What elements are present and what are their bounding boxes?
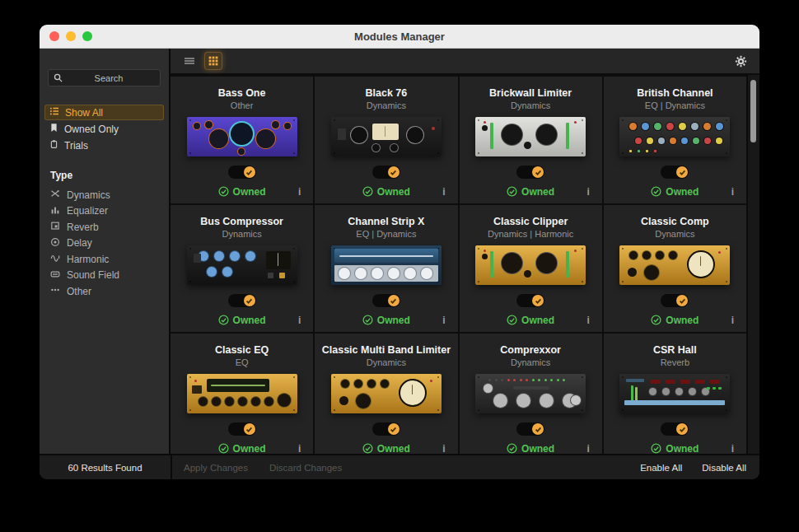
info-button[interactable]: i — [586, 315, 589, 326]
info-button[interactable]: i — [731, 315, 734, 326]
type-other[interactable]: Other — [40, 283, 169, 300]
info-button[interactable]: i — [442, 443, 445, 454]
scrollbar-track[interactable] — [746, 75, 759, 454]
module-card-bass-one: Bass OneOtherOwnedi — [171, 77, 313, 203]
owned-status: Owned — [362, 186, 410, 198]
module-name: Black 76 — [315, 87, 457, 99]
owned-check-icon — [507, 315, 517, 325]
module-name: Bus Compressor — [171, 216, 313, 227]
minimize-button[interactable] — [66, 31, 76, 41]
toggle-check-icon — [388, 423, 400, 435]
toggle-check-icon — [676, 423, 688, 435]
type-dynamics[interactable]: Dynamics — [40, 187, 169, 203]
module-image — [619, 245, 730, 285]
owned-status: Owned — [507, 315, 554, 326]
enable-all-button[interactable]: Enable All — [640, 463, 682, 473]
list-view-button[interactable] — [180, 52, 199, 70]
owned-check-icon — [218, 443, 229, 454]
reverb-icon — [50, 221, 60, 233]
main-panel: Bass OneOtherOwnediBlack 76DynamicsOwned… — [171, 49, 759, 454]
owned-status: Owned — [507, 443, 554, 455]
bookmark-icon — [49, 123, 58, 135]
info-button[interactable]: i — [298, 186, 301, 198]
type-equalizer[interactable]: Equalizer — [40, 203, 169, 220]
enable-toggle[interactable] — [228, 294, 256, 307]
enable-toggle[interactable] — [372, 166, 400, 179]
type-harmonic[interactable]: Harmonic — [40, 251, 169, 268]
info-button[interactable]: i — [586, 443, 589, 454]
filter-show-all[interactable]: Show All — [44, 105, 164, 120]
module-image — [331, 245, 442, 285]
modules-grid: Bass OneOtherOwnediBlack 76DynamicsOwned… — [171, 75, 746, 454]
owned-status: Owned — [362, 315, 410, 326]
enable-toggle[interactable] — [661, 294, 689, 307]
info-button[interactable]: i — [442, 186, 445, 198]
module-type: Dynamics — [604, 229, 746, 239]
discard-changes-button[interactable]: Discard Changes — [269, 463, 342, 473]
type-list: DynamicsEqualizerReverbDelayHarmonicSoun… — [40, 187, 169, 300]
owned-status: Owned — [218, 443, 266, 455]
filter-owned-only[interactable]: Owned Only — [44, 121, 164, 137]
type-sound-field[interactable]: Sound Field — [40, 268, 169, 284]
enable-toggle[interactable] — [516, 166, 544, 179]
owned-check-icon — [218, 315, 229, 325]
disable-all-button[interactable]: Disable All — [702, 463, 746, 473]
enable-toggle[interactable] — [228, 166, 256, 179]
search-input[interactable] — [63, 72, 155, 84]
enable-toggle[interactable] — [372, 294, 400, 307]
module-name: Classic Clipper — [460, 216, 602, 227]
module-card-comprexxor: ComprexxorDynamicsOwnedi — [460, 334, 602, 454]
enable-toggle[interactable] — [661, 166, 689, 179]
owned-check-icon — [651, 186, 661, 197]
info-button[interactable]: i — [731, 443, 734, 454]
enable-toggle[interactable] — [516, 294, 544, 307]
module-name: Classic Comp — [604, 216, 746, 227]
info-button[interactable]: i — [298, 315, 301, 326]
module-type: EQ | Dynamics — [315, 229, 457, 239]
scrollbar-thumb[interactable] — [750, 80, 756, 142]
toggle-check-icon — [244, 423, 255, 435]
toggle-check-icon — [676, 166, 688, 178]
module-image — [331, 117, 442, 156]
info-button[interactable]: i — [586, 186, 589, 198]
title-bar[interactable]: Modules Manager — [40, 25, 759, 49]
owned-check-icon — [507, 186, 517, 197]
module-type: Dynamics — [460, 357, 602, 367]
module-name: Bass One — [171, 87, 313, 99]
enable-toggle[interactable] — [516, 422, 544, 436]
enable-toggle[interactable] — [372, 422, 400, 436]
other-icon — [50, 285, 60, 297]
toggle-check-icon — [532, 295, 544, 306]
module-card-channel-strip-x: Channel Strip XEQ | DynamicsOwnedi — [315, 205, 457, 332]
type-delay[interactable]: Delay — [40, 236, 169, 252]
grid-view-button[interactable] — [204, 52, 222, 70]
toggle-check-icon — [676, 295, 688, 306]
owned-check-icon — [507, 443, 517, 454]
owned-status: Owned — [362, 443, 410, 455]
module-image — [475, 245, 586, 285]
module-card-bus-compressor: Bus CompressorDynamicsOwnedi — [171, 205, 313, 332]
module-type: Dynamics — [460, 100, 602, 110]
enable-toggle[interactable] — [661, 422, 689, 436]
toggle-check-icon — [244, 295, 255, 306]
toggle-check-icon — [388, 166, 400, 178]
module-image — [619, 117, 730, 156]
info-button[interactable]: i — [442, 315, 445, 326]
module-card-black-76: Black 76DynamicsOwnedi — [315, 77, 457, 203]
settings-button[interactable] — [731, 52, 750, 70]
info-button[interactable]: i — [298, 443, 301, 454]
close-button[interactable] — [49, 31, 59, 41]
filter-trials[interactable]: Trials — [44, 138, 164, 153]
apply-changes-button[interactable]: Apply Changes — [184, 463, 248, 473]
owned-status: Owned — [651, 315, 699, 326]
harmonic-icon — [50, 253, 60, 265]
filter-list: Show AllOwned OnlyTrials — [40, 105, 169, 153]
search-box[interactable] — [48, 69, 161, 86]
type-header: Type — [50, 170, 169, 181]
zoom-button[interactable] — [82, 31, 92, 41]
info-button[interactable]: i — [731, 186, 734, 198]
type-reverb[interactable]: Reverb — [40, 219, 169, 236]
module-type: EQ | Dynamics — [604, 100, 746, 110]
enable-toggle[interactable] — [228, 422, 256, 436]
module-type: Dynamics | Harmonic — [460, 229, 602, 239]
